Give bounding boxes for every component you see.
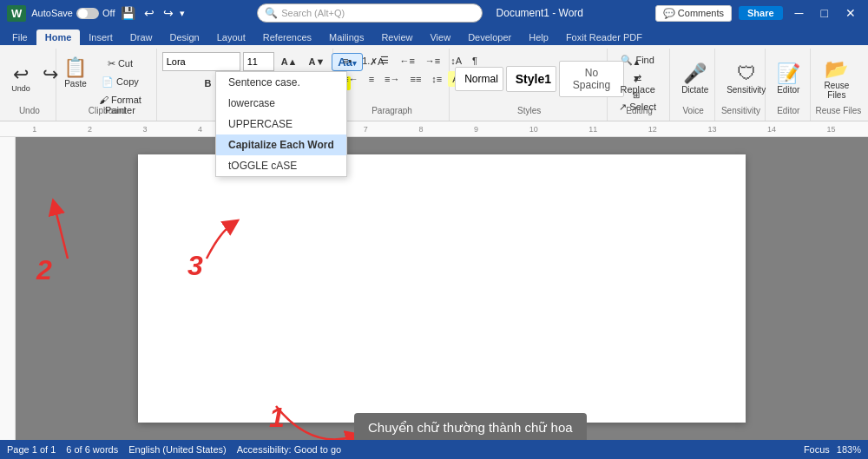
page-info: Page 1 of 1 xyxy=(7,444,56,455)
language: English (United States) xyxy=(128,444,227,455)
justify-btn[interactable]: ≡≡ xyxy=(406,71,426,87)
toggle-case-option[interactable]: tOGGLE cASE xyxy=(216,155,346,176)
sentence-case-option[interactable]: Sentence case. xyxy=(216,72,346,93)
tab-references[interactable]: References xyxy=(254,30,320,45)
tab-review[interactable]: Review xyxy=(372,30,421,45)
annotation-text: Chuyển chữ thường thành chữ hoa xyxy=(368,420,573,435)
tab-layout[interactable]: Layout xyxy=(208,30,254,45)
clipboard-group-label: Clipboard xyxy=(58,104,156,117)
share-button[interactable]: Share xyxy=(739,6,783,20)
doc-title: Document1 - Word xyxy=(496,7,583,19)
redo-btn[interactable]: ↪ xyxy=(161,6,176,20)
uppercase-option[interactable]: UPPERCASE xyxy=(216,114,346,134)
editor-btn[interactable]: 📝 Editor xyxy=(771,58,806,99)
undo-ribbon-btn[interactable]: ↩ Undo xyxy=(7,62,35,95)
annotation-arrow-2 xyxy=(42,198,94,267)
styles-group-label: Styles xyxy=(451,104,607,117)
tab-help[interactable]: Help xyxy=(520,30,557,45)
annotation-text-box: Chuyển chữ thường thành chữ hoa xyxy=(354,413,587,440)
status-bar: Page 1 of 1 6 of 6 words English (United… xyxy=(0,440,868,459)
status-left: Page 1 of 1 6 of 6 words English (United… xyxy=(7,444,341,455)
status-right: Focus 183% xyxy=(804,444,861,455)
comments-button[interactable]: 💬 Comments xyxy=(655,5,732,22)
editor-label: Editor xyxy=(777,85,799,95)
ribbon-group-paragraph: ≡• 1. ☰ ←≡ →≡ ↕A ¶ ≡← ≡ ≡→ ≡≡ ↕≡ A ⊞ Par… xyxy=(335,49,450,121)
save-btn[interactable]: 💾 xyxy=(118,6,138,20)
decrease-font-btn[interactable]: A▼ xyxy=(305,54,330,69)
tab-developer[interactable]: Developer xyxy=(459,30,520,45)
title-bar-right: 💬 Comments Share ─ □ ✕ xyxy=(655,4,861,22)
numbering-btn[interactable]: 1. xyxy=(358,53,374,69)
sensitivity-group-label: Sensitivity xyxy=(717,104,765,117)
doc-area: 1 Chuyển chữ thường thành chữ hoa 2 3 xyxy=(0,137,868,440)
bold-btn[interactable]: B xyxy=(200,75,217,91)
doc-canvas[interactable]: 1 Chuyển chữ thường thành chữ hoa 2 3 xyxy=(16,137,868,440)
minimize-btn[interactable]: ─ xyxy=(790,4,809,22)
ribbon-group-styles: Normal Style1 No Spacing ▲ ▼ ⊞ Styles xyxy=(451,49,608,121)
accessibility-status: Accessibility: Good to go xyxy=(237,444,341,455)
focus-label: Focus xyxy=(804,444,830,455)
multilevel-btn[interactable]: ☰ xyxy=(376,52,393,69)
annotation-number-1: 1 xyxy=(269,402,285,434)
tab-view[interactable]: View xyxy=(421,30,459,45)
sensitivity-btn[interactable]: 🛡 Sensitivity xyxy=(720,58,772,99)
undo-icon: ↩ xyxy=(13,65,29,84)
cut-btn[interactable]: ✂ Cut xyxy=(91,56,148,72)
tab-design[interactable]: Design xyxy=(161,30,207,45)
reuse-files-btn[interactable]: 📂 Reuse Files xyxy=(816,54,858,104)
dictate-label: Dictate xyxy=(681,85,708,95)
align-center-btn[interactable]: ≡ xyxy=(365,71,378,87)
tab-draw[interactable]: Draw xyxy=(122,30,161,45)
tab-home[interactable]: Home xyxy=(36,30,81,45)
ribbon-group-editor: 📝 Editor Editor xyxy=(767,49,811,121)
tab-foxit[interactable]: Foxit Reader PDF xyxy=(557,30,651,45)
decrease-indent-btn[interactable]: ←≡ xyxy=(395,53,418,69)
undo-btn[interactable]: ↩ xyxy=(141,6,157,20)
capitalize-each-word-option[interactable]: Capitalize Each Word xyxy=(216,134,346,155)
line-spacing-btn[interactable]: ↕≡ xyxy=(427,71,446,87)
search-bar: 🔍 Search (Alt+Q) xyxy=(257,3,483,23)
undo-label: Undo xyxy=(11,84,30,93)
autosave-state: Off xyxy=(102,8,115,18)
font-size-input[interactable] xyxy=(243,52,274,71)
title-bar-center: 🔍 Search (Alt+Q) Document1 - Word xyxy=(185,3,654,23)
quick-access: AutoSave Off 💾 ↩ ↪ ▾ xyxy=(31,6,185,20)
editing-group-label: Editing xyxy=(609,104,669,117)
lowercase-option[interactable]: lowercase xyxy=(216,93,346,114)
increase-indent-btn[interactable]: →≡ xyxy=(421,53,444,69)
increase-font-btn[interactable]: A▲ xyxy=(277,54,302,69)
align-right-btn[interactable]: ≡→ xyxy=(380,71,404,87)
ribbon-tabs: File Home Insert Draw Design Layout Refe… xyxy=(0,26,868,45)
autosave-toggle[interactable] xyxy=(76,8,99,19)
ribbon: ↩ Undo ↪ Undo 📋 Paste ✂ Cut 📄 Copy 🖌 For… xyxy=(0,45,868,121)
reuse-label: Reuse Files xyxy=(822,81,852,100)
tab-file[interactable]: File xyxy=(3,30,36,45)
tab-insert[interactable]: Insert xyxy=(80,30,122,45)
ribbon-group-clipboard: 📋 Paste ✂ Cut 📄 Copy 🖌 Format Painter Cl… xyxy=(58,49,157,121)
search-icon: 🔍 xyxy=(265,7,278,19)
tab-mailings[interactable]: Mailings xyxy=(320,30,372,45)
ribbon-group-voice: 🎤 Dictate Voice xyxy=(672,49,715,121)
style-normal[interactable]: Normal xyxy=(455,67,503,91)
word-icon: W xyxy=(7,5,26,22)
find-btn[interactable]: 🔍 Find xyxy=(616,52,658,69)
document-page[interactable] xyxy=(138,154,746,423)
title-bar: W AutoSave Off 💾 ↩ ↪ ▾ 🔍 Search (Alt+Q) … xyxy=(0,0,868,26)
dictate-icon: 🎤 xyxy=(683,62,707,85)
copy-btn[interactable]: 📄 Copy xyxy=(91,74,148,90)
ribbon-group-undo: ↩ Undo ↪ Undo xyxy=(3,49,56,121)
case-dropdown-menu: Sentence case. lowercase UPPERCASE Capit… xyxy=(215,71,347,177)
font-name-input[interactable] xyxy=(162,52,240,71)
dictate-btn[interactable]: 🎤 Dictate xyxy=(675,58,714,99)
style-style1[interactable]: Style1 xyxy=(506,66,556,92)
paste-btn[interactable]: 📋 Paste xyxy=(62,52,90,93)
zoom-level: 183% xyxy=(837,444,861,455)
sensitivity-label: Sensitivity xyxy=(727,85,766,95)
restore-btn[interactable]: □ xyxy=(816,4,833,22)
replace-btn[interactable]: ⇄ Replace xyxy=(613,70,662,97)
bullets-btn[interactable]: ≡• xyxy=(339,53,356,69)
voice-group-label: Voice xyxy=(672,104,714,117)
editor-icon: 📝 xyxy=(777,62,800,85)
left-ruler xyxy=(0,137,16,440)
close-btn[interactable]: ✕ xyxy=(840,4,861,22)
